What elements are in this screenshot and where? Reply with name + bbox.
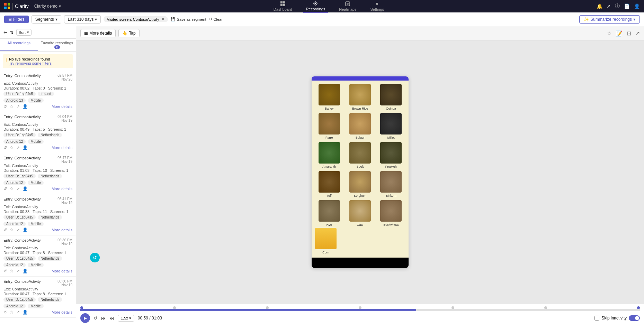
more-details-link-5[interactable]: More details bbox=[52, 310, 72, 314]
share-icon-2[interactable]: ↗ bbox=[16, 186, 20, 191]
share-icon-0[interactable]: ↗ bbox=[16, 104, 20, 109]
grain-item-amaranth[interactable]: Amaranth bbox=[315, 142, 343, 168]
nav-item-heatmaps[interactable]: Heatmaps bbox=[336, 0, 359, 13]
more-details-link-0[interactable]: More details bbox=[52, 104, 72, 109]
nav-item-recordings[interactable]: Recordings bbox=[303, 0, 328, 13]
grain-name-barley: Barley bbox=[325, 107, 334, 110]
star-icon-4[interactable]: ☆ bbox=[10, 269, 14, 273]
share-icon[interactable]: ⊡ bbox=[627, 30, 631, 37]
user-icon-4[interactable]: 👤 bbox=[23, 269, 28, 273]
share-icon-4[interactable]: ↗ bbox=[16, 269, 20, 273]
nav-item-dashboard[interactable]: Dashboard bbox=[271, 0, 295, 13]
user-icon-1[interactable]: 👤 bbox=[23, 145, 28, 150]
star-icon-2[interactable]: ☆ bbox=[10, 186, 14, 191]
replay-button[interactable]: ↺ bbox=[93, 315, 98, 321]
replay-icon-5[interactable]: ↺ bbox=[3, 310, 7, 315]
replay-icon-1[interactable]: ↺ bbox=[3, 145, 7, 150]
grain-item-brown-rice[interactable]: Brown Rice bbox=[346, 84, 374, 110]
grain-item-millet[interactable]: Millet bbox=[377, 113, 405, 139]
days-button[interactable]: Last 310 days ▾ bbox=[64, 15, 101, 24]
export-icon[interactable]: ↗ bbox=[635, 30, 640, 37]
info-icon[interactable]: ⓘ bbox=[615, 3, 620, 9]
star-icon-5[interactable]: ☆ bbox=[10, 310, 14, 315]
file-icon[interactable]: 📄 bbox=[624, 3, 630, 9]
grain-item-corn[interactable]: Corn bbox=[315, 228, 337, 254]
replay-icon-3[interactable]: ↺ bbox=[3, 228, 7, 232]
grain-item-buckwheat[interactable]: Buckwheat bbox=[377, 200, 405, 226]
replay-icon-4[interactable]: ↺ bbox=[3, 269, 7, 273]
more-details-button[interactable]: ▦ More details bbox=[80, 29, 116, 37]
play-button[interactable]: ▶ bbox=[80, 313, 90, 323]
more-details-link-1[interactable]: More details bbox=[52, 146, 72, 150]
grain-item-teff[interactable]: Teff bbox=[315, 171, 343, 197]
share-icon-3[interactable]: ↗ bbox=[16, 228, 20, 232]
recording-item-0[interactable]: Entry: ContosoActivity 02:57 PMNov 20 Ex… bbox=[0, 71, 76, 112]
nav-right: 🔔 ↗ ⓘ 📄 👤 bbox=[597, 3, 640, 9]
recording-item-2[interactable]: Entry: ContosoActivity 06:47 PMNov 19 Ex… bbox=[0, 153, 76, 194]
grain-item-bulgur[interactable]: Bulgur bbox=[346, 113, 374, 139]
demo-dropdown[interactable]: Clarity demo ▾ bbox=[34, 4, 61, 9]
timeline-bar[interactable] bbox=[80, 309, 640, 311]
tab-all-recordings[interactable]: All recordings bbox=[0, 39, 38, 51]
more-details-link-3[interactable]: More details bbox=[52, 228, 72, 232]
user-icon-5[interactable]: 👤 bbox=[23, 310, 28, 315]
clear-button[interactable]: ↺ Clear bbox=[209, 17, 223, 21]
timeline-marker-4 bbox=[359, 306, 361, 309]
grain-item-einkorn[interactable]: Einkorn bbox=[377, 171, 405, 197]
chevron-down-icon-summarize: ▾ bbox=[633, 17, 635, 22]
grain-item-freekeh[interactable]: Freekeh bbox=[377, 142, 405, 168]
recording-item-4[interactable]: Entry: ContosoActivity 06:36 PMNov 19 Ex… bbox=[0, 235, 76, 277]
user-icon-2[interactable]: 👤 bbox=[23, 186, 28, 191]
filter-chip-close[interactable]: ✕ bbox=[161, 17, 164, 21]
recording-item-5[interactable]: Entry: ContosoActivity 06:30 PMNov 19 Ex… bbox=[0, 277, 76, 318]
tap-button[interactable]: 👆 Tap bbox=[118, 29, 139, 37]
user-icon-3[interactable]: 👤 bbox=[23, 228, 28, 232]
grain-item-barley[interactable]: Barley bbox=[315, 84, 343, 110]
share-icon[interactable]: ↗ bbox=[607, 3, 611, 9]
grain-item-rye[interactable]: Rye bbox=[315, 200, 343, 226]
recording-item-3[interactable]: Entry: ContosoActivity 06:41 PMNov 19 Ex… bbox=[0, 194, 76, 235]
tab-favorite-recordings[interactable]: Favorite recordings 8 bbox=[38, 39, 76, 51]
grain-item-quinoa[interactable]: Quinoa bbox=[377, 84, 405, 110]
timeline-progress bbox=[80, 309, 416, 311]
segments-button[interactable]: Segments ▾ bbox=[32, 15, 61, 24]
svg-rect-0 bbox=[280, 1, 283, 3]
grain-item-farro[interactable]: Farro bbox=[315, 113, 343, 139]
more-details-link-4[interactable]: More details bbox=[52, 269, 72, 273]
grain-item-sorghum[interactable]: Sorghum bbox=[346, 171, 374, 197]
skip-inactivity-toggle[interactable] bbox=[629, 315, 640, 321]
star-icon-0[interactable]: ☆ bbox=[10, 104, 14, 109]
note-icon[interactable]: 📝 bbox=[616, 30, 623, 37]
user-icon-0[interactable]: 👤 bbox=[23, 104, 28, 109]
user-icon[interactable]: 👤 bbox=[634, 3, 640, 9]
notification-icon[interactable]: 🔔 bbox=[597, 3, 602, 9]
more-details-label: More details bbox=[89, 31, 112, 36]
step-forward-button[interactable]: ⏭ bbox=[109, 315, 114, 321]
sort-button[interactable]: Sort ▾ bbox=[16, 29, 32, 36]
more-details-icon: ▦ bbox=[84, 31, 88, 36]
rec-tag-userid-5: User ID: 1sp04s5 bbox=[3, 297, 36, 302]
segments-label: Segments bbox=[35, 17, 54, 22]
grain-image-millet bbox=[380, 113, 402, 134]
skip-inactivity-checkbox[interactable] bbox=[594, 316, 599, 321]
main-layout: ⬅ ⇅ Sort ▾ All recordings Favorite recor… bbox=[0, 26, 644, 325]
share-icon-1[interactable]: ↗ bbox=[16, 145, 20, 150]
replay-icon-2[interactable]: ↺ bbox=[3, 186, 7, 191]
more-details-link-2[interactable]: More details bbox=[52, 187, 72, 191]
grain-item-oats[interactable]: Oats bbox=[346, 200, 374, 226]
star-icon[interactable]: ☆ bbox=[607, 30, 611, 37]
grain-item-spelt[interactable]: Spelt bbox=[346, 142, 374, 168]
speed-button[interactable]: 1.5x ▾ bbox=[118, 315, 134, 322]
star-icon-1[interactable]: ☆ bbox=[10, 145, 14, 150]
no-live-link[interactable]: Try removing some filters bbox=[9, 61, 52, 65]
recording-item-1[interactable]: Entry: ContosoActivity 09:04 PMNov 19 Ex… bbox=[0, 112, 76, 153]
star-icon-3[interactable]: ☆ bbox=[10, 228, 14, 232]
sidebar-collapse-button[interactable]: ⬅ bbox=[3, 30, 7, 35]
nav-item-settings[interactable]: Settings bbox=[367, 0, 387, 13]
save-segment-button[interactable]: 💾 Save as segment bbox=[171, 17, 206, 21]
share-icon-5[interactable]: ↗ bbox=[16, 310, 20, 315]
filters-button[interactable]: ⊟ Filters bbox=[4, 16, 29, 23]
summarize-button[interactable]: ✨ Summarize recordings ▾ bbox=[579, 15, 640, 24]
replay-icon-0[interactable]: ↺ bbox=[3, 104, 7, 109]
step-back-button[interactable]: ⏮ bbox=[101, 315, 106, 321]
